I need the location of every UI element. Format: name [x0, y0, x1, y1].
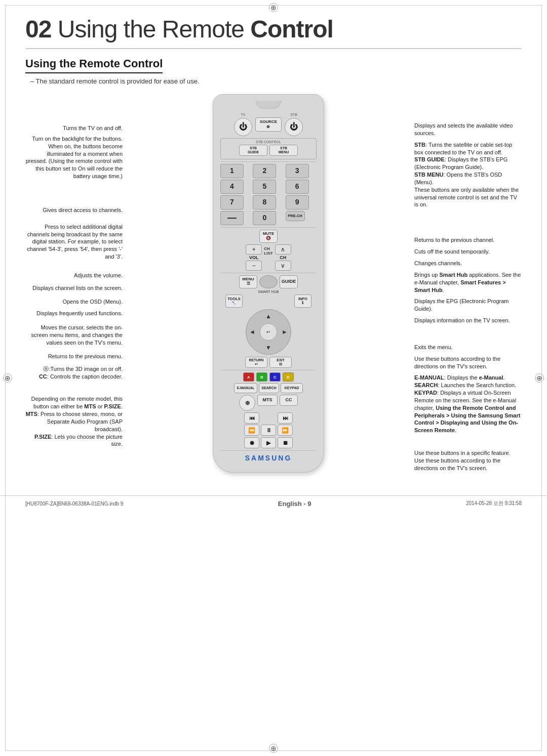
btn-3[interactable]: 3	[286, 164, 309, 178]
ann-digital: Press to select additional digital chann…	[25, 223, 127, 261]
spacer	[261, 412, 276, 424]
left-annotations-column: Turns the TV on and off. Turn on the bac…	[25, 94, 127, 451]
ch-label: CH	[280, 255, 286, 260]
btn-a[interactable]: A	[243, 372, 254, 382]
ch-up-button[interactable]: ∧	[275, 244, 291, 255]
return-button[interactable]: RETURN↩	[245, 357, 267, 368]
right-registration-mark: ⊕	[535, 373, 544, 383]
chapter-number: 02	[25, 16, 51, 43]
exit-button[interactable]: EXIT⊟	[269, 357, 292, 368]
stb-buttons-row: STBGUIDE STBMENU	[223, 145, 314, 156]
cc-button[interactable]: CC	[280, 395, 298, 406]
mts-button[interactable]: MTS	[257, 395, 278, 406]
record-button[interactable]: ⏺	[244, 437, 259, 448]
guide-button[interactable]: GUIDE	[280, 275, 298, 288]
ann-volume: Adjusts the volume.	[25, 272, 127, 279]
ann-stb-right: STB: Turns the satellite or cable set-to…	[410, 141, 522, 209]
ann-ch-right: Changes channels.	[410, 260, 522, 267]
chapter-title: 02 Using the Remote Control	[25, 15, 522, 49]
emanual-button[interactable]: E-MANUAL	[234, 383, 257, 393]
vol-up-button[interactable]: +	[246, 244, 262, 255]
rewind-button[interactable]: ⏪	[244, 425, 259, 436]
power-button[interactable]: ⏻	[234, 118, 252, 136]
ch-column: ∧ CH ∨	[275, 244, 291, 271]
footer-right: 2014-05-28 오전 9:31:58	[466, 500, 522, 507]
bottom-registration-mark: ⊕	[269, 744, 278, 753]
play-pause-button[interactable]: ⏸	[261, 425, 276, 436]
prev-track-button[interactable]: ⏮	[244, 412, 259, 424]
ann-cursor: Moves the cursor, selects the on-screen …	[25, 324, 127, 347]
btn-2[interactable]: 2	[253, 164, 276, 178]
ann-return: Returns to the previous menu.	[25, 353, 127, 360]
btn-7[interactable]: 7	[220, 195, 244, 209]
next-track-button[interactable]: ⏭	[278, 412, 293, 424]
smart-hub-icon[interactable]	[259, 275, 278, 288]
btn-5[interactable]: 5	[253, 180, 276, 194]
ann-emanual-right: E-MANUAL: Displays the e-Manual. SEARCH:…	[410, 374, 522, 434]
section-title: Using the Remote Control	[25, 57, 163, 73]
fast-forward-button[interactable]: ⏩	[278, 425, 293, 436]
footer-center: English - 9	[278, 500, 311, 508]
remote-control: TV ⏻ SOURCE⊕ STB ⏻ STB CONTROL STBGUIDE …	[213, 94, 324, 473]
nav-center-button[interactable]: ↩	[260, 323, 277, 341]
right-annotations-column: Displays and selects the available video…	[410, 94, 522, 475]
color-buttons-row: A B C D	[220, 372, 317, 382]
vol-ch-section: + VOL − CHLIST ∧ CH ∨	[220, 244, 317, 271]
chapter-title-part2: Control	[250, 16, 333, 43]
menu-guide-row: MENU☰ GUIDE	[220, 275, 317, 288]
stb-control-label: STB CONTROL	[223, 140, 314, 144]
nav-left-button[interactable]: ◄	[249, 328, 255, 335]
ann-mts: Depending on the remote model, this butt…	[25, 395, 127, 448]
play-button[interactable]: ▶	[261, 437, 276, 448]
tools-button[interactable]: TOOLS🔧	[225, 295, 243, 308]
btn-8[interactable]: 8	[253, 195, 276, 209]
left-registration-mark: ⊕	[3, 373, 12, 383]
page-footer: [HU8700F-ZA]BN68-06338A-01ENG.indb 9 Eng…	[0, 495, 547, 512]
nav-down-button[interactable]: ▼	[265, 344, 271, 351]
search-button[interactable]: SEARCH	[259, 383, 279, 393]
info-button[interactable]: INFOℹ	[294, 295, 311, 308]
btn-c[interactable]: C	[269, 372, 281, 382]
main-layout: Turns the TV on and off. Turn on the bac…	[25, 94, 522, 475]
stb-guide-button[interactable]: STBGUIDE	[239, 145, 267, 156]
ann-info-right: Displays information on the TV screen.	[410, 317, 522, 324]
playback-row-1: ⏮ ⏭	[220, 412, 317, 424]
ann-smarthub-right: Brings up Smart Hub applications. See th…	[410, 271, 522, 294]
btn-b[interactable]: B	[256, 372, 267, 382]
btn-1[interactable]: 1	[220, 164, 244, 178]
ann-power: Turns the TV on and off.	[25, 124, 127, 132]
btn-4[interactable]: 4	[220, 180, 244, 194]
remote-top-bump	[256, 101, 281, 109]
ann-epg-right: Displays the EPG (Electronic Program Gui…	[410, 298, 522, 313]
ann-prech-right: Returns to the previous channel.	[410, 236, 522, 244]
ch-down-button[interactable]: ∨	[275, 261, 291, 271]
source-button[interactable]: SOURCE⊕	[255, 117, 282, 132]
number-grid: 1 2 3 4 5 6 7 8 9 — 0 PRE-CH	[220, 164, 317, 225]
stb-label-top: STB	[290, 113, 297, 116]
ann-mute-right: Cuts off the sound temporarily.	[410, 248, 522, 256]
stb-section: STB CONTROL STBGUIDE STBMENU	[220, 138, 317, 159]
ch-list-label: CHLIST	[264, 246, 272, 256]
icon-btn-1[interactable]: ⊕	[239, 395, 255, 411]
btn-d[interactable]: D	[283, 372, 294, 382]
vol-down-button[interactable]: −	[246, 261, 262, 271]
ann-exit-right: Exits the menu.	[410, 344, 522, 351]
stb-menu-button[interactable]: STBMENU	[269, 145, 298, 156]
menu-button[interactable]: MENU☰	[239, 275, 257, 288]
btn-dash[interactable]: —	[220, 211, 244, 225]
mute-button[interactable]: MUTE🔇	[259, 230, 278, 243]
btn-prech[interactable]: PRE-CH	[286, 211, 305, 221]
btn-9[interactable]: 9	[286, 195, 309, 209]
btn-6[interactable]: 6	[286, 180, 309, 194]
stop-button[interactable]: ⏹	[278, 437, 293, 448]
btn-0[interactable]: 0	[253, 211, 276, 225]
playback-row-3: ⏺ ▶ ⏹	[220, 437, 317, 448]
nav-right-button[interactable]: ►	[282, 328, 288, 335]
nav-up-button[interactable]: ▲	[265, 313, 271, 320]
keypad-button[interactable]: KEYPAD	[281, 383, 303, 393]
stb-power-button[interactable]: ⏻	[285, 118, 303, 136]
icon-row: ⊕ MTS CC	[220, 395, 317, 411]
ann-tools: Displays frequently used functions.	[25, 310, 127, 317]
footer-left: [HU8700F-ZA]BN68-06338A-01ENG.indb 9	[25, 501, 123, 507]
ann-3d: ⓐ:Turns the 3D image on or off. CC: Cont…	[25, 365, 127, 381]
